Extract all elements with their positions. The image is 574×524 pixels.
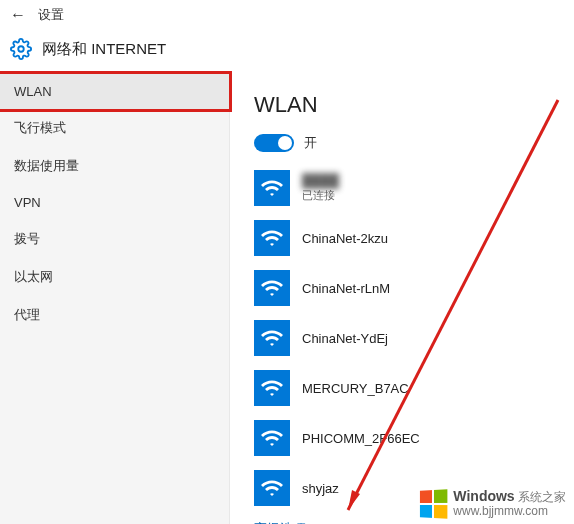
network-item[interactable]: ChinaNet-YdEj: [254, 320, 574, 356]
wifi-icon: [254, 220, 290, 256]
network-name: PHICOMM_2F66EC: [302, 431, 420, 446]
network-name: ChinaNet-2kzu: [302, 231, 388, 246]
sidebar-item-wlan[interactable]: WLAN: [0, 74, 229, 109]
wifi-icon: [254, 270, 290, 306]
network-item[interactable]: MERCURY_B7AC: [254, 370, 574, 406]
network-item[interactable]: ChinaNet-2kzu: [254, 220, 574, 256]
wifi-icon: [254, 470, 290, 506]
wlan-toggle[interactable]: [254, 134, 294, 152]
network-item[interactable]: ChinaNet-rLnM: [254, 270, 574, 306]
main-title: WLAN: [254, 92, 574, 118]
network-name: MERCURY_B7AC: [302, 381, 409, 396]
sidebar-item-ethernet[interactable]: 以太网: [0, 258, 229, 296]
sidebar-item-vpn[interactable]: VPN: [0, 185, 229, 220]
main-panel: WLAN 开 ████已连接ChinaNet-2kzuChinaNet-rLnM…: [230, 74, 574, 524]
network-item[interactable]: PHICOMM_2F66EC: [254, 420, 574, 456]
sidebar-item-data-usage[interactable]: 数据使用量: [0, 147, 229, 185]
network-item[interactable]: ████已连接: [254, 170, 574, 206]
wifi-icon: [254, 170, 290, 206]
toggle-label: 开: [304, 134, 317, 152]
network-name: ChinaNet-YdEj: [302, 331, 388, 346]
advanced-options-link[interactable]: 高级选项: [254, 520, 574, 524]
wifi-icon: [254, 320, 290, 356]
sidebar: WLAN 飞行模式 数据使用量 VPN 拨号 以太网 代理: [0, 74, 230, 524]
page-title: 网络和 INTERNET: [42, 40, 166, 59]
network-status: 已连接: [302, 188, 339, 203]
svg-point-0: [18, 46, 24, 52]
network-name: ChinaNet-rLnM: [302, 281, 390, 296]
network-name: ████: [302, 173, 339, 188]
network-name: shyjaz: [302, 481, 339, 496]
gear-icon: [10, 38, 32, 60]
settings-label: 设置: [38, 6, 64, 24]
back-button[interactable]: ←: [10, 6, 26, 24]
sidebar-item-proxy[interactable]: 代理: [0, 296, 229, 334]
sidebar-item-dialup[interactable]: 拨号: [0, 220, 229, 258]
network-item[interactable]: shyjaz: [254, 470, 574, 506]
wifi-icon: [254, 370, 290, 406]
sidebar-item-airplane[interactable]: 飞行模式: [0, 109, 229, 147]
wifi-icon: [254, 420, 290, 456]
